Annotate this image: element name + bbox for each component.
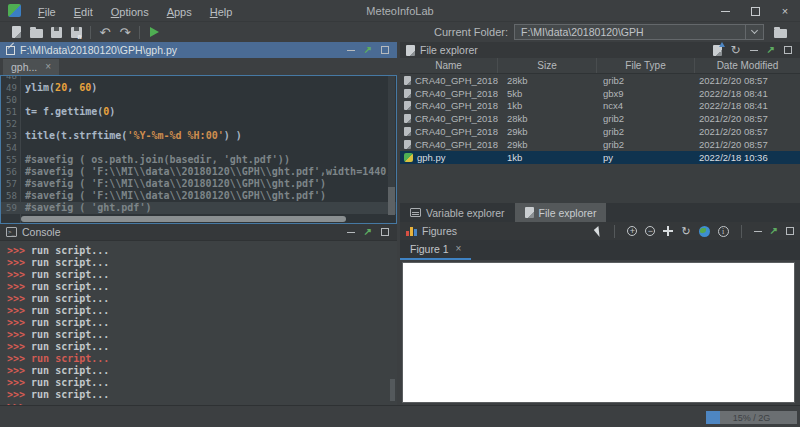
zoom-out-icon[interactable]: − [645, 226, 655, 236]
line-number: 53 [1, 130, 21, 142]
globe-icon[interactable] [699, 226, 710, 237]
panel-float-icon[interactable]: ↗ [364, 227, 372, 237]
console-scrollbar-thumb[interactable] [390, 379, 395, 401]
code-text: #savefig ( 'F:\\MI\\data\\20180120\\GPH\… [21, 166, 396, 178]
console-line: >>> run script... [7, 245, 397, 257]
open-file-button[interactable] [26, 23, 46, 41]
zoom-in-icon[interactable]: + [627, 226, 637, 236]
code-line-58[interactable]: 58#savefig ( 'F:\\MI\\data\\20180120\\GP… [1, 190, 396, 202]
code-editor[interactable]: 4849ylim(20, 60)5051t= f.gettime(0)5253t… [0, 75, 397, 224]
code-line-55[interactable]: 55#savefig ( os.path.join(basedir, 'ght.… [1, 154, 396, 166]
browse-folder-button[interactable] [770, 23, 790, 41]
code-line-56[interactable]: 56#savefig ( 'F:\\MI\\data\\20180120\\GP… [1, 166, 396, 178]
menu-file[interactable]: File [29, 6, 65, 18]
file-explorer-title-bar: File explorer ↻ ↗ [400, 42, 800, 58]
panel-maximize-icon[interactable] [381, 46, 389, 54]
window-maximize-button[interactable] [740, 0, 770, 22]
menu-apps[interactable]: Apps [158, 6, 201, 18]
file-date-modified: 2021/2/20 08:57 [695, 126, 800, 137]
column-header-date[interactable]: Date Modified [695, 58, 800, 73]
file-row-CRA40_GPH_2018012...[interactable]: CRA40_GPH_2018012...29kbgrib22021/2/20 0… [400, 138, 800, 151]
python-file-icon [404, 153, 413, 162]
panel-maximize-icon[interactable] [786, 227, 794, 235]
code-line-57[interactable]: 57#savefig ( 'F:\\MI\\data\\20180120\\GP… [1, 178, 396, 190]
figure-canvas[interactable] [402, 262, 795, 403]
save-button[interactable] [46, 23, 66, 41]
code-line-52[interactable]: 52 [1, 118, 396, 130]
new-file-button[interactable] [6, 23, 26, 41]
file-size: 1kb [498, 152, 597, 163]
combobox-dropdown-button[interactable] [745, 25, 763, 39]
pan-hand-icon[interactable] [663, 226, 673, 236]
column-header-filetype[interactable]: File Type [597, 58, 695, 73]
code-line-51[interactable]: 51t= f.gettime(0) [1, 106, 396, 118]
file-row-CRA40_GPH_2018012...[interactable]: CRA40_GPH_2018012...1kbncx42022/2/18 08:… [400, 100, 800, 113]
tab-file-explorer[interactable]: File explorer [515, 203, 607, 222]
save-icon [51, 27, 62, 38]
undo-button[interactable]: ↶ [95, 23, 115, 41]
file-row-CRA40_GPH_2018012...[interactable]: CRA40_GPH_2018012...28kbgrib22021/2/20 0… [400, 74, 800, 87]
console-title: Console [22, 226, 61, 238]
code-line-49[interactable]: 49ylim(20, 60) [1, 82, 396, 94]
code-line-48[interactable]: 48 [1, 75, 396, 82]
tab-close-icon[interactable]: × [456, 244, 462, 254]
save-as-button[interactable] [66, 23, 86, 41]
redo-button[interactable]: ↷ [115, 23, 135, 41]
editor-tab-bar: gph... × [0, 58, 397, 75]
line-number: 49 [1, 82, 21, 94]
add-file-icon[interactable] [713, 45, 722, 56]
panel-float-icon[interactable]: ↗ [770, 226, 778, 236]
open-folder-icon [30, 29, 43, 38]
panel-minimize-icon[interactable] [754, 231, 762, 232]
rotate-icon[interactable]: ↻ [681, 226, 690, 237]
column-header-name[interactable]: Name [400, 58, 498, 73]
window-minimize-button[interactable] [710, 0, 740, 22]
main-toolbar: ↶ ↷ Current Folder: F:\MI\data\20180120\… [0, 22, 800, 42]
console-output[interactable]: >>> run script...>>> run script...>>> ru… [0, 241, 397, 405]
run-script-button[interactable] [144, 23, 164, 41]
tab-figure-1[interactable]: Figure 1 × [400, 240, 471, 260]
file-row-gph.py[interactable]: gph.py1kbpy2022/2/18 10:36 [400, 151, 800, 164]
editor-vertical-scrollbar[interactable] [388, 76, 395, 215]
column-header-size[interactable]: Size [498, 58, 597, 73]
editor-horizontal-scrollbar[interactable] [21, 216, 346, 222]
tab-variable-explorer[interactable]: Variable explorer [400, 203, 515, 222]
info-icon[interactable]: i [718, 226, 729, 237]
menu-help[interactable]: Help [201, 6, 242, 18]
code-line-53[interactable]: 53title(t.strftime('%Y-%m-%d %H:00') ) [1, 130, 396, 142]
memory-indicator: 15% / 2G [706, 411, 797, 424]
scrollbar-thumb[interactable] [388, 187, 395, 215]
panel-minimize-icon[interactable] [750, 50, 758, 51]
panel-maximize-icon[interactable] [784, 46, 792, 54]
editor-tab-gph[interactable]: gph... × [3, 59, 59, 75]
panel-float-icon[interactable]: ↗ [767, 45, 775, 55]
file-row-CRA40_GPH_2018012...[interactable]: CRA40_GPH_2018012...5kbgbx92022/2/18 08:… [400, 87, 800, 100]
chevron-down-icon [751, 27, 758, 34]
file-size: 28kb [498, 75, 597, 86]
console-line: >>> run script... [7, 329, 397, 341]
code-line-59[interactable]: 59#savefig ( 'ght.pdf') [1, 202, 396, 214]
file-row-CRA40_GPH_2018012...[interactable]: CRA40_GPH_2018012...29kbgrib22021/2/20 0… [400, 125, 800, 138]
console-line: >>> run script... [7, 365, 397, 377]
file-row-CRA40_GPH_2018012...[interactable]: CRA40_GPH_2018012...28kbgrib22021/2/20 0… [400, 112, 800, 125]
tab-close-icon[interactable]: × [45, 62, 51, 72]
panel-maximize-icon[interactable] [381, 228, 389, 236]
code-line-54[interactable]: 54 [1, 142, 396, 154]
menu-options[interactable]: Options [102, 6, 158, 18]
code-text: title(t.strftime('%Y-%m-%d %H:00') ) [21, 130, 242, 142]
panel-float-icon[interactable]: ↗ [364, 45, 372, 55]
window-close-button[interactable]: × [770, 0, 800, 22]
menu-items: FileEditOptionsAppsHelp [29, 2, 241, 20]
figures-panel: Figures + − ↻ i ↗ Figure 1 × [400, 222, 800, 405]
panel-minimize-icon[interactable] [347, 50, 355, 51]
select-cursor-icon[interactable] [594, 226, 604, 237]
panel-minimize-icon[interactable] [347, 232, 355, 233]
menu-edit[interactable]: Edit [65, 6, 102, 18]
maximize-icon [751, 7, 760, 16]
current-folder-combobox[interactable]: F:\MI\data\20180120\GPH [514, 24, 764, 40]
redo-icon: ↷ [120, 26, 131, 39]
refresh-icon[interactable]: ↻ [731, 44, 741, 56]
code-line-50[interactable]: 50 [1, 94, 396, 106]
file-table-rows: CRA40_GPH_2018012...28kbgrib22021/2/20 0… [400, 74, 800, 164]
console-icon: >_ [6, 227, 17, 237]
